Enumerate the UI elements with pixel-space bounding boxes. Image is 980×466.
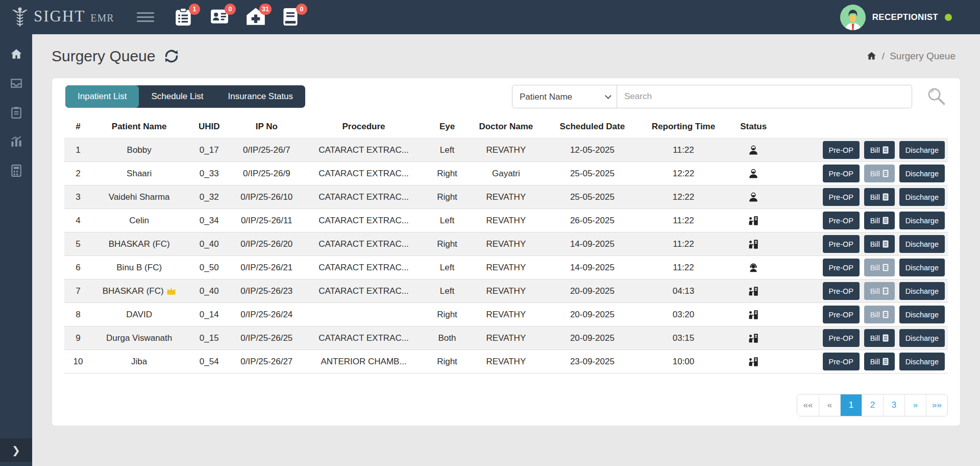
- pagination-page-1[interactable]: 1: [840, 394, 862, 416]
- tab-bar: Inpatient List Schedule List Insurance S…: [65, 85, 305, 108]
- tab-schedule-list[interactable]: Schedule List: [139, 85, 215, 108]
- preop-button[interactable]: Pre-OP: [823, 165, 860, 182]
- records-book-icon[interactable]: 0: [282, 7, 302, 28]
- online-status-dot: [945, 14, 952, 21]
- pagination-prev[interactable]: «: [819, 394, 840, 416]
- bill-button[interactable]: Bill: [864, 282, 895, 300]
- search-bar: Patient Name: [512, 85, 947, 108]
- search-filter-select[interactable]: Patient Name: [512, 85, 617, 108]
- hamburger-icon[interactable]: [137, 10, 154, 25]
- discharge-button[interactable]: Discharge: [899, 306, 945, 323]
- preop-button[interactable]: Pre-OP: [823, 306, 860, 323]
- page-header: Surgery Queue / Surgery Queue: [32, 34, 980, 78]
- cell-ip-no: 0/IP/25-26/7: [232, 138, 302, 162]
- preop-button[interactable]: Pre-OP: [823, 188, 860, 206]
- bill-document-icon: [883, 170, 889, 177]
- sidebar-expand-button[interactable]: ❯: [0, 438, 32, 462]
- surgery-list-icon[interactable]: 1: [175, 7, 195, 28]
- bill-document-icon: [883, 334, 889, 342]
- discharge-button[interactable]: Discharge: [899, 188, 945, 206]
- cell-reporting-time: 03:20: [641, 303, 726, 327]
- badge-count: 0: [225, 4, 236, 15]
- table-row: 6 Binu B (FC) 0_50 0/IP/25-26/21 CATARAC…: [64, 256, 948, 279]
- chart-icon[interactable]: [10, 135, 23, 148]
- bill-button[interactable]: Bill: [864, 259, 895, 276]
- preop-button[interactable]: Pre-OP: [823, 141, 860, 159]
- cell-actions: Pre-OP Bill Discharge: [781, 279, 948, 303]
- calculator-icon[interactable]: [10, 164, 23, 177]
- discharge-button[interactable]: Discharge: [899, 165, 945, 182]
- cell-doctor: REVATHY: [469, 350, 544, 374]
- cell-uhid: 0_33: [187, 162, 232, 185]
- pagination-page-3[interactable]: 3: [883, 394, 904, 416]
- preop-button[interactable]: Pre-OP: [823, 329, 860, 347]
- header-doctor-name: Doctor Name: [469, 115, 544, 138]
- hospital-admission-icon[interactable]: 31: [246, 7, 266, 28]
- cell-eye: Right: [426, 232, 468, 256]
- discharge-button[interactable]: Discharge: [899, 235, 945, 253]
- magnifier-icon[interactable]: [926, 86, 947, 107]
- status-icon: [748, 309, 759, 320]
- discharge-button[interactable]: Discharge: [899, 141, 945, 159]
- cell-sno: 7: [64, 279, 92, 303]
- clipboard-icon[interactable]: [10, 106, 23, 119]
- inbox-icon[interactable]: [10, 77, 23, 90]
- cell-procedure: CATARACT EXTRAC...: [302, 138, 426, 162]
- discharge-button[interactable]: Discharge: [899, 282, 945, 300]
- pagination-next[interactable]: »: [904, 394, 926, 416]
- preop-button[interactable]: Pre-OP: [823, 282, 860, 300]
- preop-button[interactable]: Pre-OP: [823, 212, 860, 229]
- preop-button[interactable]: Pre-OP: [823, 353, 860, 370]
- bill-button[interactable]: Bill: [864, 353, 895, 370]
- cell-uhid: 0_17: [187, 138, 232, 162]
- bill-button[interactable]: Bill: [864, 212, 895, 229]
- home-icon[interactable]: [10, 48, 23, 61]
- bill-button[interactable]: Bill: [864, 235, 895, 253]
- bill-button[interactable]: Bill: [864, 165, 895, 182]
- pagination-last[interactable]: »»: [926, 394, 947, 416]
- cell-patient-name: Bobby: [92, 138, 187, 162]
- cell-actions: Pre-OP Bill Discharge: [781, 185, 948, 209]
- tab-inpatient-list[interactable]: Inpatient List: [65, 85, 139, 108]
- cell-procedure: ANTERIOR CHAMB...: [302, 350, 426, 374]
- search-input[interactable]: [617, 85, 912, 108]
- cell-ip-no: 0/IP/25-26/27: [232, 350, 302, 374]
- cell-ip-no: 0/IP/25-26/23: [232, 279, 302, 303]
- refresh-icon[interactable]: [163, 48, 180, 64]
- navbar-shortcuts: 1 0 31: [175, 7, 302, 28]
- cell-actions: Pre-OP Bill Discharge: [781, 232, 948, 256]
- cell-procedure: [302, 303, 426, 327]
- cell-uhid: 0_54: [187, 350, 232, 374]
- cell-patient-name: Celin: [92, 209, 187, 232]
- cell-status: [726, 185, 781, 209]
- bill-button[interactable]: Bill: [864, 141, 895, 159]
- status-icon: [748, 239, 759, 250]
- preop-button[interactable]: Pre-OP: [823, 259, 860, 276]
- patient-card-icon[interactable]: 0: [210, 7, 231, 28]
- preop-button[interactable]: Pre-OP: [823, 235, 860, 253]
- cell-ip-no: 0/IP/25-26/9: [232, 162, 302, 185]
- discharge-button[interactable]: Discharge: [899, 259, 945, 276]
- tab-insurance-status[interactable]: Insurance Status: [215, 85, 305, 108]
- bill-document-icon: [883, 193, 889, 201]
- cell-actions: Pre-OP Bill Discharge: [781, 256, 948, 279]
- pagination-first[interactable]: ««: [797, 394, 819, 416]
- bill-button[interactable]: Bill: [864, 306, 895, 323]
- bill-document-icon: [883, 217, 889, 224]
- discharge-button[interactable]: Discharge: [899, 353, 945, 370]
- cell-sno: 9: [64, 327, 92, 350]
- bill-button[interactable]: Bill: [864, 188, 895, 206]
- cell-eye: Left: [426, 256, 468, 279]
- user-menu[interactable]: RECEPTIONIST: [840, 5, 980, 30]
- pagination-page-2[interactable]: 2: [862, 394, 883, 416]
- cell-procedure: CATARACT EXTRAC...: [302, 209, 426, 232]
- cell-sno: 3: [64, 185, 92, 209]
- discharge-button[interactable]: Discharge: [899, 212, 945, 229]
- brand[interactable]: SIGHT EMR: [0, 7, 128, 28]
- home-icon[interactable]: [866, 51, 877, 61]
- cell-uhid: 0_50: [187, 256, 232, 279]
- header-sno: #: [64, 115, 92, 138]
- badge-count: 1: [189, 4, 200, 15]
- bill-button[interactable]: Bill: [864, 329, 895, 347]
- discharge-button[interactable]: Discharge: [899, 329, 945, 347]
